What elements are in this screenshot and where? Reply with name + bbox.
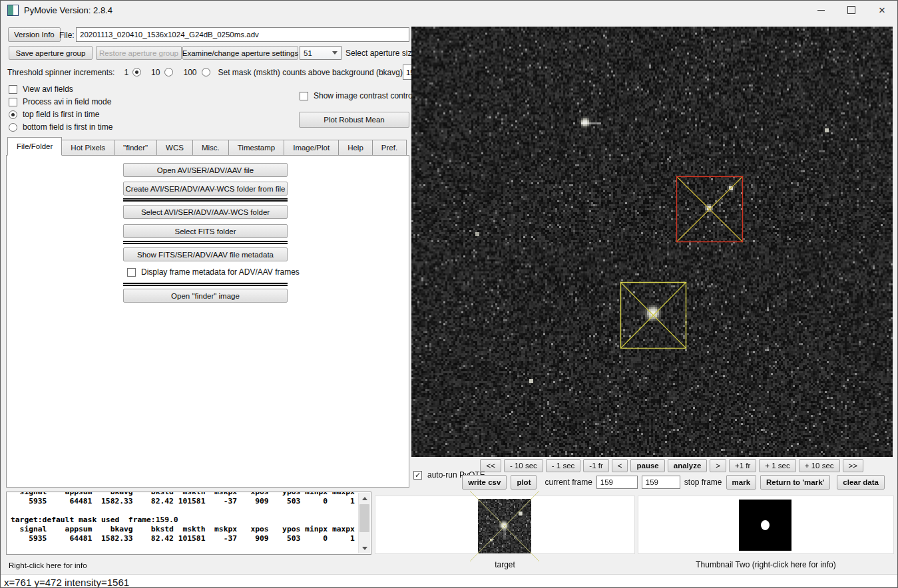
create-wcs-folder-button[interactable]: Create AVI/SER/ADV/AAV-WCS folder from f… (123, 182, 288, 196)
title-bar: PyMovie Version: 2.8.4 ✕ (1, 1, 897, 19)
current-frame-input[interactable] (596, 476, 638, 489)
log-info-hint[interactable]: Right-click here for info (9, 561, 87, 569)
minimize-button[interactable] (805, 1, 836, 19)
target-cross-lines (470, 491, 539, 561)
select-fits-folder-button[interactable]: Select FITS folder (123, 224, 288, 238)
view-avi-fields-checkbox[interactable] (9, 85, 17, 94)
playback-step-back[interactable]: < (612, 459, 628, 472)
playback-back-10-sec[interactable]: - 10 sec (504, 459, 543, 472)
scroll-up-button[interactable] (359, 493, 370, 504)
tab-misc[interactable]: Misc. (192, 140, 229, 156)
divider (123, 283, 288, 286)
current-frame-label: current frame (545, 478, 592, 487)
log-text: signal appsum bkavg bkstd mskth mskpx xp… (7, 492, 371, 543)
aperture-yellow-shape (620, 282, 686, 349)
show-file-metadata-button[interactable]: Show FITS/SER/ADV/AAV file metadata (123, 247, 288, 261)
thumbnail-two-label: Thumbnail Two (right-click here for info… (638, 560, 894, 569)
bottom-field-first-label: bottom field is first in time (23, 122, 112, 132)
tab-timestamp[interactable]: Timestamp (228, 140, 284, 156)
playback-pause[interactable]: pause (630, 459, 664, 472)
minimize-icon (817, 10, 825, 11)
open-finder-image-button[interactable]: Open "finder" image (123, 289, 288, 303)
open-avi-file-button[interactable]: Open AVI/SER/ADV/AAV file (123, 163, 288, 177)
threshold-label: Threshold spinner increments: (7, 68, 114, 77)
bottom-field-first-radio[interactable] (9, 123, 17, 132)
top-field-first-radio[interactable] (9, 110, 17, 119)
top-field-first-row: top field is first in time (9, 110, 99, 119)
tab-help[interactable]: Help (338, 140, 373, 156)
playback-back-1-sec[interactable]: - 1 sec (546, 459, 581, 472)
maximize-icon (847, 6, 855, 14)
plot-robust-mean-button[interactable]: Plot Robust Mean (299, 112, 409, 128)
maximize-button[interactable] (836, 1, 867, 19)
mask-thumbnail[interactable] (739, 500, 791, 551)
aperture-yellow[interactable] (620, 282, 686, 349)
aperture-size-value: 51 (304, 49, 332, 57)
threshold-1-label: 1 (124, 68, 128, 77)
display-frame-metadata-checkbox[interactable] (127, 268, 136, 277)
stop-frame-label: stop frame (684, 478, 722, 487)
app-icon (7, 5, 19, 16)
tab-finder[interactable]: "finder" (114, 140, 157, 156)
tab-pref[interactable]: Pref. (372, 140, 407, 156)
return-to-mark-button[interactable]: Return to 'mark' (760, 475, 830, 490)
file-label: File: (59, 31, 75, 40)
show-contrast-label: Show image contrast control (314, 91, 414, 100)
tab-hot-pixels[interactable]: Hot Pixels (61, 140, 114, 156)
aperture-size-dropdown[interactable]: 51 (300, 46, 341, 60)
status-bar: x=761 y=472 intensity=1561 (1, 574, 897, 588)
aperture-size-label: Select aperture size (345, 49, 416, 58)
show-contrast-checkbox[interactable] (300, 92, 308, 100)
scroll-down-button[interactable] (359, 543, 370, 553)
playback-back-1-frame[interactable]: -1 fr (583, 459, 608, 472)
show-contrast-row: Show image contrast control (300, 91, 414, 100)
version-info-button[interactable]: Version Info (8, 27, 61, 42)
top-field-first-label: top field is first in time (23, 110, 99, 119)
main-image-view[interactable] (411, 27, 893, 457)
mark-button[interactable]: mark (726, 475, 757, 490)
tab-wcs[interactable]: WCS (156, 140, 193, 156)
clear-data-button[interactable]: clear data (837, 475, 885, 490)
mask-threshold-label: Set mask (mskth) counts above background… (218, 68, 403, 77)
close-button[interactable]: ✕ (867, 1, 897, 19)
save-aperture-group-button[interactable]: Save aperture group (9, 46, 93, 60)
aperture-red[interactable] (676, 176, 743, 242)
playback-step-forward[interactable]: > (710, 459, 726, 472)
file-path-input[interactable] (76, 27, 409, 42)
threshold-100-radio[interactable] (202, 68, 210, 76)
plot-button[interactable]: plot (511, 475, 537, 490)
write-csv-button[interactable]: write csv (462, 475, 507, 490)
restore-aperture-group-button[interactable]: Restore aperture group (96, 46, 182, 60)
playback-forward-1-sec[interactable]: + 1 sec (759, 459, 795, 472)
target-thumbnail-panel[interactable] (375, 496, 635, 554)
threshold-10-radio[interactable] (164, 68, 173, 76)
window-title: PyMovie Version: 2.8.4 (24, 5, 112, 15)
arrow-down-icon (362, 547, 367, 550)
threshold-1-radio[interactable] (132, 68, 141, 76)
log-scrollbar[interactable] (358, 493, 370, 553)
tab-image-plot[interactable]: Image/Plot (284, 140, 339, 156)
select-wcs-folder-button[interactable]: Select AVI/SER/ADV/AAV-WCS folder (123, 205, 288, 219)
playback-forward-1-frame[interactable]: +1 fr (729, 459, 756, 472)
aperture-red-shape (676, 176, 743, 242)
pymovie-window: PyMovie Version: 2.8.4 ✕ Version Info Fi… (0, 0, 898, 588)
file-folder-panel: Open AVI/SER/ADV/AAV file Create AVI/SER… (6, 155, 409, 488)
playback-analyze[interactable]: analyze (668, 459, 708, 472)
thumbnail-two-panel[interactable] (638, 496, 894, 554)
threshold-10-label: 10 (151, 68, 160, 77)
threshold-row: Threshold spinner increments: 1 10 100 S… (7, 64, 411, 80)
playback-forward-10-sec[interactable]: + 10 sec (799, 459, 840, 472)
view-avi-fields-row: View avi fields (9, 84, 73, 94)
log-panel[interactable]: signal appsum bkavg bkstd mskth mskpx xp… (6, 492, 371, 555)
display-frame-metadata-row: Display frame metadata for ADV/AAV frame… (127, 267, 300, 277)
scrollbar-thumb[interactable] (359, 504, 369, 532)
auto-run-pyote-checkbox[interactable]: ✓ (413, 471, 422, 480)
process-avi-field-mode-checkbox[interactable] (9, 98, 17, 106)
examine-aperture-settings-button[interactable]: Examine/change aperture settings (182, 46, 298, 60)
tab-file-folder[interactable]: File/Folder (7, 137, 62, 156)
stop-frame-input[interactable] (642, 476, 680, 489)
playback-jump-forward[interactable]: >> (843, 459, 863, 472)
playback-controls: <<- 10 sec- 1 sec-1 fr<pauseanalyze>+1 f… (480, 459, 863, 472)
display-frame-metadata-label: Display frame metadata for ADV/AAV frame… (141, 267, 300, 277)
tab-bar: File/FolderHot Pixels"finder"WCSMisc.Tim… (7, 137, 406, 156)
